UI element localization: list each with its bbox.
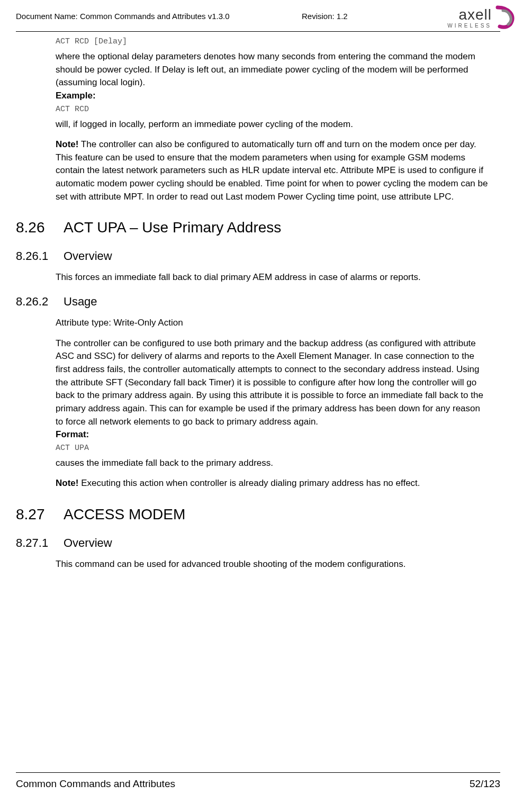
subsection-title: Usage [64, 295, 97, 309]
example-description: will, if logged in locally, perform an i… [56, 118, 490, 131]
footer-divider [16, 772, 500, 773]
usage-paragraph: The controller can be configured to use … [56, 337, 490, 441]
section-heading: 8.26 ACT UPA – Use Primary Address [56, 219, 490, 236]
subsection-number: 8.26.1 [16, 249, 64, 263]
section-title: ACT UPA – Use Primary Address [64, 219, 281, 236]
page-footer: Common Commands and Attributes 52/123 [16, 772, 500, 790]
subsection-heading: 8.26.1 Overview [56, 249, 490, 263]
note-paragraph: Note! Executing this action when control… [56, 477, 490, 490]
section-number: 8.26 [16, 219, 64, 236]
logo-brand-sub: WIRELESS [447, 23, 492, 29]
code-snippet: ACT RCD [Delay] [56, 37, 490, 46]
subsection-title: Overview [64, 536, 112, 550]
section-number: 8.27 [16, 506, 64, 523]
logo-brand-name: axell [458, 7, 492, 22]
code-snippet: ACT UPA [56, 444, 490, 453]
header-divider [16, 31, 500, 32]
subsection-heading: 8.27.1 Overview [56, 536, 490, 550]
section-heading: 8.27 ACCESS MODEM [56, 506, 490, 523]
format-label: Format: [56, 429, 89, 439]
section-title: ACCESS MODEM [64, 506, 185, 523]
page-number: 52/123 [470, 778, 500, 790]
attribute-type: Attribute type: Write-Only Action [56, 317, 490, 330]
subsection-number: 8.27.1 [16, 536, 64, 550]
main-content: ACT RCD [Delay] where the optional delay… [16, 37, 500, 571]
format-description: causes the immediate fall back to the pr… [56, 457, 490, 470]
swirl-icon [493, 5, 519, 31]
overview-text: This command can be used for advanced tr… [56, 558, 490, 571]
revision: Revision: 1.2 [302, 12, 348, 21]
note-paragraph: Note! The controller can also be configu… [56, 138, 490, 203]
footer-title: Common Commands and Attributes [16, 778, 175, 790]
subsection-number: 8.26.2 [16, 295, 64, 309]
note-label: Note! [56, 478, 78, 488]
subsection-heading: 8.26.2 Usage [56, 295, 490, 309]
overview-text: This forces an immediate fall back to di… [56, 271, 490, 284]
example-label: Example: [56, 91, 96, 101]
code-snippet: ACT RCD [56, 105, 490, 114]
subsection-title: Overview [64, 249, 112, 263]
doc-name: Document Name: Common Commands and Attri… [16, 11, 230, 21]
note-label: Note! [56, 139, 78, 149]
intro-paragraph: where the optional delay parameters deno… [56, 50, 490, 103]
brand-logo: axell WIRELESS [447, 5, 519, 31]
page-header: Document Name: Common Commands and Attri… [16, 11, 500, 23]
